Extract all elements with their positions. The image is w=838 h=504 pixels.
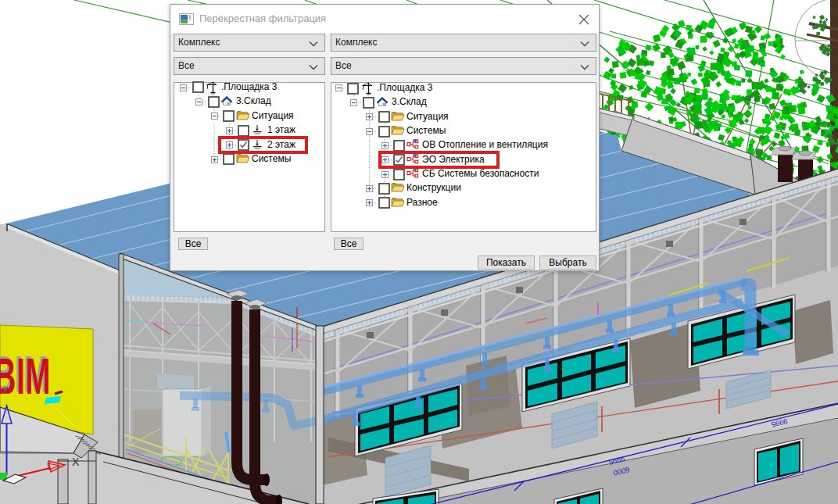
svg-text:X: X — [72, 456, 80, 468]
svg-text:Z: Z — [2, 384, 9, 396]
